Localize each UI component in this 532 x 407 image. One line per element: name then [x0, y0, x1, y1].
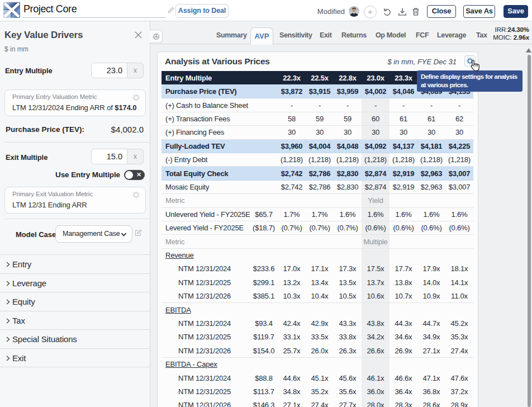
cell: 10.9x [417, 290, 445, 303]
metric-value: $154.0 [250, 344, 278, 357]
cell: (1,218) [417, 153, 445, 166]
model-case-select[interactable]: Management Case [55, 225, 132, 243]
cell [445, 303, 473, 316]
section-tax[interactable]: Tax [0, 311, 150, 330]
cell: (0.6%) [390, 221, 417, 234]
cell: (1,218) [390, 153, 417, 166]
edit-title-pencil-icon[interactable] [168, 7, 174, 13]
cell: (0.6%) [362, 221, 390, 234]
panel-title: Key Value Drivers [4, 30, 83, 41]
tab-sensitivity[interactable]: Sensitivity [279, 31, 312, 39]
tab-avp[interactable]: AVP [250, 27, 273, 45]
exit-valuation-metric-card: Primary Exit Valuation Metric LTM 12/31 … [4, 187, 146, 214]
cell [306, 248, 334, 262]
metric-value: $146.3 [250, 399, 278, 407]
row-label: NTM 12/31/2026 [162, 290, 250, 303]
cell: 34.6x [390, 330, 417, 344]
row-label: Unlevered Yield - FY2025E [162, 207, 250, 221]
section-exit[interactable]: Exit [0, 348, 150, 367]
metric-value: $65.7 [250, 207, 278, 221]
cell: 27.4x [445, 344, 473, 357]
cell: 43.3x [334, 316, 362, 330]
toggle-knob [125, 171, 133, 179]
row-label: NTM 12/31/2024 [162, 316, 250, 330]
cell [417, 235, 445, 248]
entry-multiple-input[interactable]: 23.0 [91, 63, 127, 78]
cell: 43.8x [362, 316, 390, 330]
close-button[interactable]: Close [427, 5, 456, 18]
edit-model-case-icon[interactable] [135, 229, 142, 236]
chevron-down-icon [121, 231, 127, 238]
metric-value: $233.6 [250, 262, 278, 276]
use-entry-multiple-toggle[interactable]: ✕ [124, 170, 145, 180]
section-entry[interactable]: Entry [0, 254, 150, 273]
cell [278, 303, 306, 316]
cell: 10.7x [390, 290, 417, 303]
cell [362, 303, 390, 316]
workspace-title[interactable]: Project Core [23, 3, 77, 15]
save-button[interactable]: Save [504, 5, 528, 18]
entry-metric-gear-icon[interactable] [132, 94, 140, 101]
save-as-button[interactable]: Save As [463, 5, 495, 18]
table-row: Mosaic Equity$2,742$2,786$2,830$2,874$2,… [162, 180, 473, 193]
section-leverage[interactable]: Leverage [0, 273, 150, 292]
cell: $2,919 [390, 167, 417, 180]
download-icon[interactable] [398, 7, 407, 16]
close-panel-icon[interactable] [134, 31, 142, 39]
purchase-price-value: $4,002.0 [111, 125, 144, 134]
add-user-button[interactable]: + [364, 6, 377, 18]
metric-value [250, 248, 278, 262]
table-row: NTM 12/31/2025$299.113.2x13.4x13.5x13.7x… [162, 276, 473, 289]
assign-to-deal-button[interactable]: Assign to Deal [175, 4, 229, 18]
scrollbar-up-arrow[interactable] [526, 48, 531, 53]
undo-icon[interactable] [383, 7, 392, 16]
cell: $4,137 [390, 139, 417, 153]
cell: 1.6% [362, 207, 390, 221]
section-equity[interactable]: Equity [0, 292, 150, 311]
entry-multiple-clear-button[interactable]: x [127, 63, 144, 78]
tab-summary[interactable]: Summary [216, 31, 247, 39]
cell [278, 248, 306, 262]
chevron-right-icon [5, 318, 11, 324]
tab-op-model[interactable]: Op Model [376, 31, 406, 39]
cell: 36.8x [417, 385, 445, 398]
cell: 33.8x [334, 330, 362, 344]
panel-settings-flap[interactable] [150, 30, 163, 43]
trash-icon[interactable] [411, 7, 420, 16]
section-label: Tax [12, 316, 25, 325]
tab-exit[interactable]: Exit [320, 31, 332, 39]
exit-metric-gear-icon[interactable] [132, 191, 140, 198]
table-row: NTM 12/31/2026$146.327.1x27.4x27.7x28.0x… [162, 399, 473, 407]
table-row: MetricYield [162, 194, 473, 207]
section-special-situations[interactable]: Special Situations [0, 329, 150, 348]
cell: - [278, 98, 306, 112]
cell [390, 248, 417, 262]
cell: 26.3x [334, 344, 362, 357]
tab-returns[interactable]: Returns [341, 31, 367, 39]
modified-status: Modified [307, 7, 345, 16]
cell: $3,007 [445, 167, 473, 180]
exit-multiple-input[interactable]: 15.0 [91, 149, 127, 164]
cell [445, 194, 473, 207]
units-label: $ in mm [4, 45, 28, 53]
avp-units-note: $ in mm, FYE Dec 31 [345, 58, 457, 66]
cell: 30 [334, 126, 362, 139]
tab-fcf[interactable]: FCF [416, 31, 429, 39]
metric-value [250, 153, 278, 166]
cell: $4,225 [445, 139, 473, 153]
cell [390, 303, 417, 316]
cell: 44.7x [417, 316, 445, 330]
cell [278, 358, 306, 371]
avatar[interactable] [349, 6, 359, 17]
scrollbar-thumb[interactable] [528, 55, 531, 407]
metric-value [250, 126, 278, 139]
exit-multiple-clear-button[interactable]: x [127, 149, 144, 164]
table-row: MetricMultiple [162, 235, 473, 248]
cell: $2,742 [278, 167, 306, 180]
moic-value: 2.96x [514, 34, 529, 41]
metric-value: $88.8 [250, 371, 278, 385]
cell [334, 194, 362, 207]
cell: 33.5x [306, 330, 334, 344]
table-row: Levered Yield - FY2025E($18.7)(0.7%)(0.7… [162, 221, 473, 234]
cell: 58 [278, 112, 306, 125]
